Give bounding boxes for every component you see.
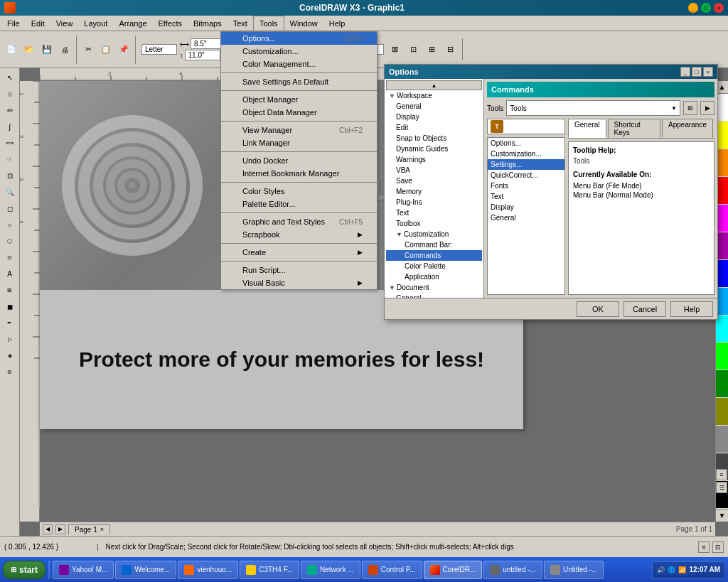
ellipse-tool-btn[interactable]: ○ [2,217,18,232]
menu-window[interactable]: Window [284,16,323,31]
spiral-tool-btn[interactable]: ⊙ [2,249,18,265]
tree-commands[interactable]: Commands [386,250,482,261]
taskbar-control-panel[interactable]: Control P... [362,561,422,579]
tree-memory[interactable]: Memory [386,186,482,197]
tree-dynamic-guides[interactable]: Dynamic Guides [386,144,482,154]
tb-extra2[interactable]: ⊡ [405,41,422,58]
bezier-tool-btn[interactable]: ∫ [2,119,18,134]
color-dark-green[interactable] [716,370,728,398]
dialog-close-btn[interactable]: × [703,67,713,77]
menu-object-data-manager[interactable]: Object Data Manager [221,106,377,119]
menu-layout[interactable]: Layout [78,16,113,31]
tree-document[interactable]: ▼ Document [386,282,482,293]
taskbar-welcome[interactable]: Welcome... [115,561,176,579]
tree-display[interactable]: Display [386,112,482,122]
cmd-fonts[interactable]: Fonts [488,180,564,191]
menu-color-styles[interactable]: Color Styles [221,185,377,198]
open-button[interactable]: 📂 [21,41,38,58]
tree-warnings[interactable]: Warnings [386,154,482,165]
tree-application[interactable]: Application [386,271,482,282]
freehand-tool-btn[interactable]: ✏ [2,102,18,118]
polygon-tool-btn[interactable]: ⬡ [2,233,18,249]
dialog-ok-btn[interactable]: OK [577,301,619,317]
palette-down-btn[interactable]: ▼ [716,509,728,522]
tree-color-palette[interactable]: Color Palette [386,261,482,271]
palette-extra-btn1[interactable]: ≡ [716,469,727,480]
menu-palette-editor[interactable]: Palette Editor... [221,198,377,210]
rectangle-tool-btn[interactable]: ◻ [2,200,18,216]
tree-plugins[interactable]: Plug-Ins [386,197,482,208]
outline-tool-btn[interactable]: ▷ [2,331,18,347]
menu-tools[interactable]: Tools [253,16,284,31]
minimize-button[interactable]: _ [688,3,698,13]
menu-view-manager[interactable]: View Manager Ctrl+F2 [221,124,377,136]
dialog-cancel-btn[interactable]: Cancel [623,301,666,317]
close-button[interactable]: × [714,3,724,13]
tree-command-bar[interactable]: Command Bar: [386,239,482,250]
taskbar-vienhuuo[interactable]: vienhuuo... [178,561,238,579]
menu-help[interactable]: Help [323,16,351,31]
menu-create[interactable]: Create ▶ [221,246,377,259]
blend-tool-btn[interactable]: ⊘ [2,364,18,379]
crop-tool-btn[interactable]: ⊡ [2,168,18,183]
maximize-button[interactable]: □ [701,3,711,13]
menu-save-settings[interactable]: Save Settings As Default [221,75,377,88]
select-tool-btn[interactable]: ↖ [2,70,18,85]
taskbar-untitled2[interactable]: Untitled -... [544,561,604,579]
menu-file[interactable]: File [1,16,26,31]
commands-listbox[interactable]: Options... Customization... Settings... … [487,137,565,295]
dialog-maximize-btn[interactable]: □ [692,67,702,77]
color-gray[interactable] [716,426,728,453]
tab-appearance[interactable]: Appearance [662,119,713,138]
page-prev-btn[interactable]: ◀ [43,524,53,534]
cmd-filter-btn[interactable]: ▶ [700,101,714,115]
menu-customization[interactable]: Customization... [221,45,377,58]
cmd-customization[interactable]: Customization... [488,149,564,159]
color-olive[interactable] [716,398,728,426]
menu-undo-docker[interactable]: Undo Docker [221,154,377,167]
tree-toolbox[interactable]: Toolbox [386,218,482,229]
cmd-options[interactable]: Options... [488,138,564,149]
tb-extra1[interactable]: ⊠ [387,41,404,58]
taskbar-coreldraw[interactable]: CorelDR... [424,561,483,579]
tree-vba[interactable]: VBA [386,165,482,176]
tree-customization[interactable]: ▼ Customization [386,229,482,239]
paper-size-display[interactable]: Letter [141,44,177,55]
fill-tool-btn[interactable]: ◼ [2,298,18,314]
tb-extra3[interactable]: ⊞ [424,41,441,58]
cut-button[interactable]: ✂ [80,41,97,58]
text-tool-btn[interactable]: A [2,266,18,281]
page-close-icon[interactable]: × [100,526,104,533]
menu-internet-bookmark[interactable]: Internet Bookmark Manager [221,167,377,180]
interactive-fill-btn[interactable]: ◈ [2,347,18,363]
dialog-help-btn[interactable]: Help [670,301,713,317]
page-next-btn[interactable]: ▶ [55,524,65,534]
taskbar-untitled1[interactable]: untitled -... [483,561,542,579]
taskbar-c3th4f[interactable]: C3TH4 F... [240,561,299,579]
menu-run-script[interactable]: Run Script... [221,264,377,276]
status-btn2[interactable]: ⊡ [712,541,724,553]
cmd-settings[interactable]: Settings... [488,159,564,170]
shape-tool-btn[interactable]: ◇ [2,86,18,102]
dialog-minimize-btn[interactable]: _ [680,67,690,77]
start-button[interactable]: ⊞ start [3,561,46,579]
taskbar-yahoo[interactable]: Yahoo! M... [53,561,114,579]
menu-visual-basic[interactable]: Visual Basic ▶ [221,276,377,289]
menu-arrange[interactable]: Arrange [113,16,152,31]
menu-options[interactable]: Options... Ctrl+J [221,32,377,45]
tab-shortcut-keys[interactable]: Shortcut Keys [608,119,660,138]
paste-button[interactable]: 📌 [115,41,132,58]
print-button[interactable]: 🖨 [56,41,73,58]
table-tool-btn[interactable]: ⊞ [2,282,18,298]
palette-extra-btn2[interactable]: ☰ [716,482,727,493]
status-btn1[interactable]: ≡ [698,541,710,553]
tree-general[interactable]: General [386,101,482,112]
dimension-tool-btn[interactable]: ⟺ [2,135,18,151]
new-button[interactable]: 📄 [3,41,20,58]
menu-bitmaps[interactable]: Bitmaps [188,16,228,31]
color-green[interactable] [716,343,728,370]
height-input[interactable]: 11.0" [185,50,220,60]
menu-graphic-text-styles[interactable]: Graphic and Text Styles Ctrl+F5 [221,215,377,228]
cmd-quickcorrect[interactable]: QuickCorrect... [488,170,564,180]
menu-view[interactable]: View [50,16,79,31]
